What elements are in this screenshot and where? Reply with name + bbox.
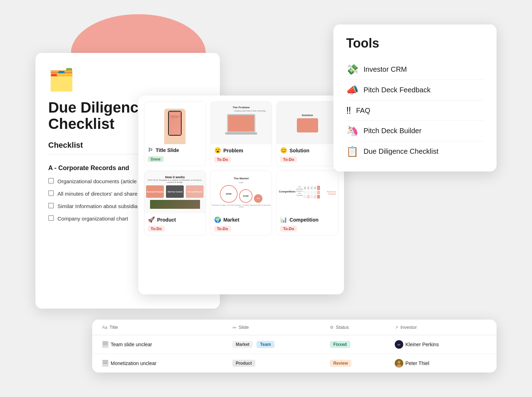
row2-avatar (395, 359, 403, 368)
market-slide-info: 🌍 Market To-Do (211, 213, 272, 235)
bubble-large: $500M (220, 185, 238, 203)
competition-matrix: A B C D E (304, 186, 320, 198)
item-text: All minutes of directors' and share (57, 190, 137, 197)
how-works-title: How it works (165, 175, 185, 179)
gallery-item-solution[interactable]: Solution 😊 Solution To-Do (276, 101, 338, 166)
row1-status-badge: Fixxed (330, 341, 350, 348)
market-slide-preview: The Market USA $500M $100M $1M Presentat… (211, 171, 272, 213)
step3: Save and Present (186, 185, 204, 198)
solution-slide-status: To-Do (280, 157, 297, 162)
competition-sub: The template market is very crowded (295, 186, 304, 196)
faq-label: FAQ (356, 107, 370, 115)
competition-slide-info: 📊 Competition To-Do (277, 213, 338, 235)
row2-status-badge: Review (330, 360, 351, 367)
problem-slide-status: To-Do (214, 157, 231, 162)
col-status: ⚙ Status (327, 320, 392, 335)
row2-tag-product: Product (232, 360, 255, 367)
pitch-brand: Pitch Deck Template (320, 191, 336, 195)
row2-doc-icon (102, 360, 109, 367)
competition-slide-icon: 📊 (280, 216, 287, 223)
item-text: Company organizational chart (57, 215, 128, 222)
title-slide-preview: Pitch Deck Template the easiest way to b… (144, 102, 206, 144)
problem-slide-subtext: Creating a pitch deck is time consuming.… (232, 109, 269, 113)
tools-card: Tools 💸 Investor CRM 📣 Pitch Deck Feedba… (333, 25, 497, 172)
row2-status-cell: Review (327, 354, 392, 372)
how-works-sub: Pitch Deck Template is a unique combinat… (147, 179, 203, 183)
table-row[interactable]: Team slide unclear Market Team Fixxed KP… (92, 335, 497, 354)
solution-slide-preview: Solution (277, 102, 338, 144)
table-row[interactable]: Monetization unclear Product Review Pete… (92, 354, 497, 372)
solution-graphic (297, 118, 318, 132)
row2-investor-name: Peter Thiel (405, 360, 429, 366)
row2-slide-cell: Product (229, 354, 327, 372)
product-slide-name: Product (157, 217, 176, 223)
market-legend: Presentation Templates · Pitch Deck Temp… (211, 204, 272, 208)
solution-slide-name: Solution (289, 148, 309, 153)
checkbox[interactable] (48, 215, 54, 221)
row1-status-cell: Fixxed (327, 335, 392, 354)
tool-pitch-builder[interactable]: 🦄 Pitch Deck Builder (346, 121, 484, 141)
product-image (150, 200, 200, 209)
tool-faq[interactable]: ‼️ FAQ (346, 100, 484, 121)
solution-slide-text: Solution (302, 114, 313, 117)
pitch-deck-sub: the easiest way to build you pitch deck … (170, 116, 180, 118)
gallery-grid: Pitch Deck Template the easiest way to b… (144, 101, 338, 235)
slide-col-label: Slide (239, 325, 249, 330)
step1: Download Template (146, 185, 164, 198)
title-slide-icon: 🏳 (148, 147, 154, 153)
product-slide-status: To-Do (148, 226, 165, 232)
problem-slide-info: 😮 Problem To-Do (211, 144, 272, 166)
problem-slide-name: Problem (223, 148, 243, 153)
competition-title: Competition (279, 190, 295, 193)
product-slide-info: 🚀 Product To-Do (144, 213, 206, 235)
col-title: Aa Title (99, 320, 229, 335)
feedback-table-card: Aa Title ≔ Slide ⚙ Status ↗ Investor Tea… (92, 320, 497, 372)
pitch-feedback-icon: 📣 (346, 84, 359, 96)
title-col-label: Title (110, 325, 118, 330)
faq-icon: ‼️ (346, 105, 351, 116)
problem-slide-icon: 😮 (214, 147, 221, 154)
pitch-deck-label: Pitch Deck Template (170, 113, 181, 115)
investor-col-label: Investor (400, 325, 417, 330)
col-investor: ↗ Investor (392, 320, 489, 335)
investor-crm-icon: 💸 (346, 64, 359, 75)
tool-due-diligence[interactable]: 📋 Due Diligence Checklist (346, 141, 484, 162)
competition-slide-preview: Competition The template market is very … (277, 171, 338, 213)
title-col-icon: Aa (102, 325, 107, 330)
row1-investor-name: Kleiner Perkins (405, 342, 439, 347)
row1-doc-icon (102, 341, 109, 348)
gallery-item-problem[interactable]: The Problem Creating a pitch deck is tim… (210, 101, 272, 166)
item-text: Similar Information about subsidia (57, 202, 138, 210)
laptop-base (225, 132, 257, 135)
tools-list: 💸 Investor CRM 📣 Pitch Deck Feedback ‼️ … (346, 59, 484, 162)
svg-text:KP: KP (398, 344, 400, 346)
tools-title: Tools (346, 36, 484, 51)
checkbox[interactable] (48, 190, 54, 196)
competition-slide-status: To-Do (280, 226, 297, 232)
row2-investor-cell: Peter Thiel (392, 354, 489, 372)
svg-point-3 (398, 361, 400, 364)
product-slide-preview: How it works Pitch Deck Template is a un… (144, 171, 206, 213)
checkbox[interactable] (48, 178, 54, 184)
document-icon: 🗂️ (48, 67, 207, 92)
gallery-item-competition[interactable]: Competition The template market is very … (276, 170, 338, 235)
product-slide-icon: 🚀 (148, 216, 155, 223)
status-col-icon: ⚙ (330, 325, 334, 330)
gallery-item-product[interactable]: How it works Pitch Deck Template is a un… (144, 170, 206, 235)
market-title: The Market (234, 177, 249, 180)
row2-title-cell: Monetization unclear (99, 354, 229, 372)
checkbox[interactable] (48, 203, 54, 208)
market-slide-name: Market (223, 217, 239, 223)
row1-title: Team slide unclear (111, 342, 152, 347)
row1-investor-cell: KP Kleiner Perkins (392, 335, 489, 354)
due-diligence-label: Due Diligence Checklist (364, 147, 438, 156)
slide-col-icon: ≔ (232, 325, 237, 330)
table-header: Aa Title ≔ Slide ⚙ Status ↗ Investor (92, 320, 497, 335)
problem-slide-text: The Problem (214, 104, 269, 109)
bubble-chart: $500M $100M $1M (220, 185, 262, 203)
gallery-item-market[interactable]: The Market USA $500M $100M $1M Presentat… (210, 170, 272, 235)
tool-investor-crm[interactable]: 💸 Investor CRM (346, 59, 484, 80)
gallery-item-title[interactable]: Pitch Deck Template the easiest way to b… (144, 101, 206, 166)
investor-col-icon: ↗ (395, 325, 398, 330)
tool-pitch-feedback[interactable]: 📣 Pitch Deck Feedback (346, 80, 484, 100)
